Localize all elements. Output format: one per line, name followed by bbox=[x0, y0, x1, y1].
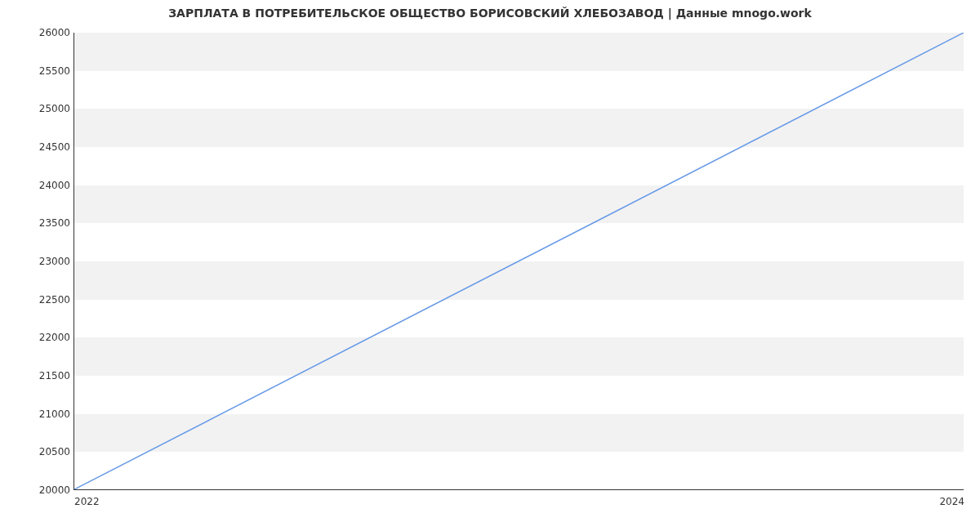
y-tick-label: 23000 bbox=[0, 256, 70, 267]
y-tick-label: 24000 bbox=[0, 180, 70, 191]
line-series bbox=[74, 33, 964, 489]
chart-title: ЗАРПЛАТА В ПОТРЕБИТЕЛЬСКОЕ ОБЩЕСТВО БОРИ… bbox=[0, 7, 980, 20]
x-tick-label: 2022 bbox=[74, 496, 100, 507]
line-path bbox=[74, 33, 964, 489]
y-tick-label: 20500 bbox=[0, 446, 70, 457]
y-tick-label: 23500 bbox=[0, 217, 70, 229]
y-tick-label: 25500 bbox=[0, 65, 70, 77]
y-tick-label: 21000 bbox=[0, 408, 70, 420]
y-tick-label: 22500 bbox=[0, 294, 70, 306]
y-tick-label: 20000 bbox=[0, 484, 70, 496]
plot-area: 20222024 bbox=[74, 33, 964, 490]
y-tick-label: 21500 bbox=[0, 370, 70, 382]
y-tick-label: 26000 bbox=[0, 27, 70, 38]
y-tick-label: 22000 bbox=[0, 332, 70, 343]
y-tick-label: 25000 bbox=[0, 103, 70, 114]
y-tick-label: 24500 bbox=[0, 141, 70, 153]
x-tick-label: 2024 bbox=[939, 496, 964, 507]
